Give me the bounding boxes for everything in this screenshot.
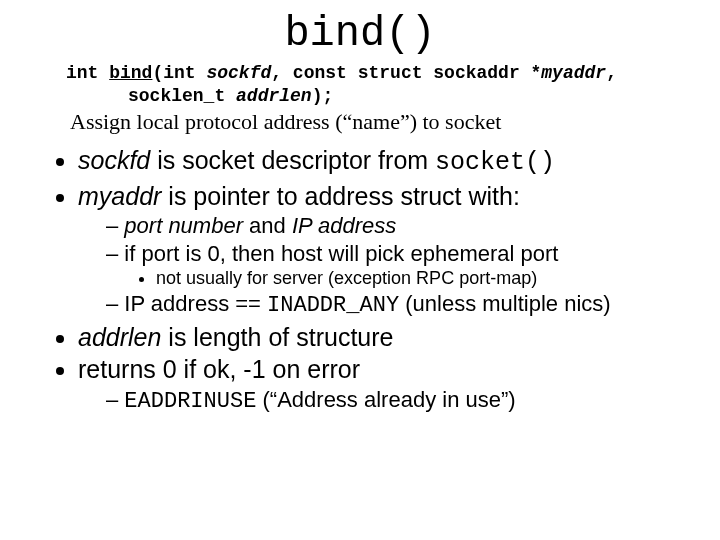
code: EADDRINUSE [124,389,256,414]
term-sockfd: sockfd [78,146,150,174]
sig-part: (int [152,63,206,83]
term-addrlen: addrlen [78,323,161,351]
slide: bind() int bind(int sockfd, const struct… [0,0,720,437]
text: IP address [292,213,396,238]
bullet-list-level1: sockfd is socket descriptor from socket(… [58,145,680,415]
text: (“Address already in use”) [256,387,515,412]
bullet-list-level2: port number and IP address if port is 0,… [106,213,680,320]
list-item: addrlen is length of structure [78,322,680,353]
text: (unless multiple nics) [399,291,611,316]
list-item: if port is 0, then host will pick epheme… [106,241,680,289]
sig-part: ); [312,86,334,106]
code: INADDR_ANY [267,293,399,318]
sig-part: int [66,63,109,83]
sig-part: socklen_t [128,86,236,106]
sig-part: , const struct sockaddr * [271,63,541,83]
slide-description: Assign local protocol address (“name”) t… [70,109,680,135]
bullet-list-level2: EADDRINUSE (“Address already in use”) [106,387,680,415]
code: socket() [435,148,555,177]
text: is length of structure [161,323,393,351]
sig-fn-name: bind [109,63,152,83]
list-item: port number and IP address [106,213,680,239]
text: returns 0 if ok, -1 on error [78,355,360,383]
list-item: myaddr is pointer to address struct with… [78,181,680,320]
text: port number [124,213,243,238]
text: not usually for server (exception RPC po… [156,268,537,288]
sig-param: myaddr [541,63,606,83]
bullet-list-level3: not usually for server (exception RPC po… [156,268,680,290]
text: IP address == [124,291,267,316]
list-item: sockfd is socket descriptor from socket(… [78,145,680,179]
text: is socket descriptor from [150,146,435,174]
list-item: not usually for server (exception RPC po… [156,268,680,290]
list-item: IP address == INADDR_ANY (unless multipl… [106,291,680,319]
text: and [243,213,292,238]
term-myaddr: myaddr [78,182,161,210]
slide-title: bind() [40,10,680,58]
sig-part: , [606,63,617,83]
text: is pointer to address struct with: [161,182,519,210]
text: if port is 0, then host will pick epheme… [124,241,558,266]
function-signature: int bind(int sockfd, const struct sockad… [66,62,680,107]
list-item: returns 0 if ok, -1 on error EADDRINUSE … [78,354,680,415]
sig-param: addrlen [236,86,312,106]
sig-param: sockfd [206,63,271,83]
list-item: EADDRINUSE (“Address already in use”) [106,387,680,415]
